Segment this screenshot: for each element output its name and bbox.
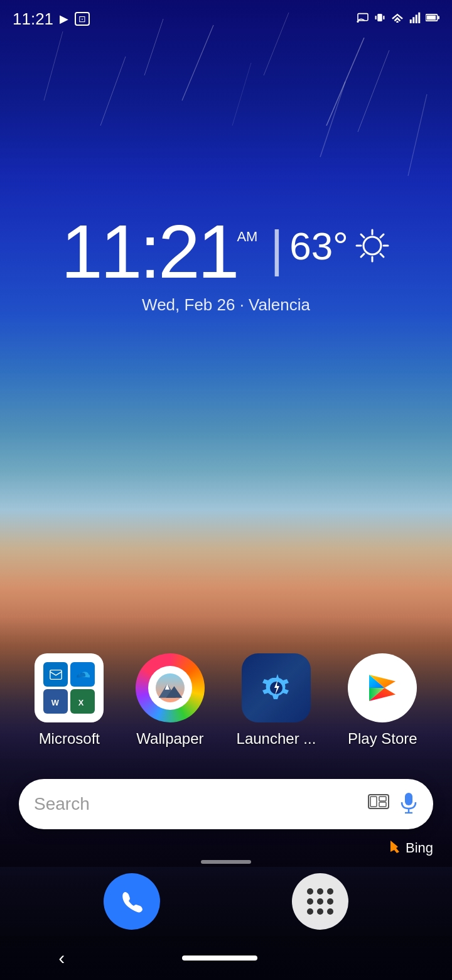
- clock-divider: |: [270, 220, 283, 278]
- home-gesture-pill[interactable]: [182, 956, 257, 961]
- svg-rect-50: [370, 797, 377, 807]
- play-icon: ▶: [60, 12, 68, 26]
- back-button[interactable]: ‹: [58, 947, 65, 969]
- playstore-svg: [365, 670, 400, 705]
- launcher-label: Launcher ...: [237, 730, 316, 748]
- svg-line-4: [100, 57, 126, 126]
- clock-ampm: AM: [237, 229, 257, 245]
- dot-9: [327, 908, 333, 915]
- svg-line-9: [320, 82, 345, 157]
- svg-rect-52: [379, 802, 386, 807]
- weather-display: 63°: [289, 224, 391, 268]
- temperature-display: 63°: [289, 224, 348, 268]
- microsoft-label: Microsoft: [39, 730, 100, 748]
- sun-icon: [353, 227, 391, 264]
- screen-record-icon: ⊡: [75, 12, 90, 26]
- svg-rect-12: [377, 14, 382, 21]
- vibrate-icon: [374, 12, 385, 26]
- svg-rect-18: [410, 19, 412, 23]
- launcher-app[interactable]: Launcher ...: [237, 653, 316, 748]
- svg-rect-13: [375, 16, 377, 19]
- wallpaper-mountain-svg: [156, 673, 185, 702]
- phone-button[interactable]: [104, 873, 160, 930]
- svg-rect-14: [383, 16, 384, 19]
- cast-icon: [357, 13, 369, 25]
- dot-2: [317, 888, 323, 895]
- status-right: [357, 12, 439, 26]
- phone-icon: [119, 888, 145, 915]
- svg-point-25: [363, 237, 381, 254]
- playstore-label: Play Store: [348, 730, 417, 748]
- search-placeholder: Search: [34, 794, 368, 814]
- microphone-icon[interactable]: [399, 792, 418, 816]
- svg-line-32: [380, 234, 384, 237]
- outlook-icon: [43, 662, 68, 687]
- svg-line-33: [361, 254, 364, 257]
- clock-date: Wed, Feb 26 · Valencia: [142, 295, 310, 315]
- dot-1: [307, 888, 313, 895]
- nav-swipe-indicator: [201, 860, 251, 864]
- launcher-gear-svg: [254, 665, 299, 710]
- svg-line-1: [358, 50, 389, 132]
- svg-rect-53: [405, 793, 412, 805]
- dots-grid: [301, 882, 340, 921]
- svg-rect-40: [156, 673, 185, 702]
- clock-time: 11:21: [61, 214, 237, 289]
- onedrive-icon: [70, 662, 95, 687]
- svg-rect-19: [412, 17, 414, 23]
- svg-text:X: X: [78, 697, 83, 707]
- svg-line-6: [44, 31, 63, 101]
- svg-point-11: [357, 21, 358, 23]
- bing-text: Bing: [406, 840, 433, 856]
- battery-icon: [426, 13, 439, 25]
- svg-point-17: [396, 21, 399, 23]
- status-time: 11:21: [13, 9, 53, 29]
- svg-text:W: W: [51, 697, 59, 707]
- svg-line-31: [380, 254, 384, 257]
- dot-7: [307, 908, 313, 915]
- clock-main: 11:21 AM | 63°: [61, 214, 391, 289]
- wifi-icon: [390, 13, 404, 25]
- visual-search-icon[interactable]: [368, 794, 389, 814]
- svg-line-5: [408, 94, 427, 176]
- dot-5: [317, 898, 323, 905]
- playstore-app[interactable]: Play Store: [348, 653, 417, 748]
- launcher-icon[interactable]: [242, 653, 311, 722]
- signal-icon: [409, 12, 421, 26]
- dot-8: [317, 908, 323, 915]
- svg-marker-16: [394, 17, 401, 21]
- microsoft-icon[interactable]: W X: [35, 653, 104, 722]
- bottom-dock: [0, 873, 452, 930]
- wallpaper-label: Wallpaper: [136, 730, 203, 748]
- excel-icon: X: [70, 689, 95, 714]
- word-icon: W: [43, 689, 68, 714]
- svg-rect-21: [418, 13, 420, 23]
- svg-rect-51: [379, 797, 386, 801]
- status-left: 11:21 ▶ ⊡: [13, 9, 90, 29]
- svg-line-7: [232, 63, 251, 126]
- app-dock: W X Microsoft: [0, 653, 452, 748]
- dot-6: [327, 898, 333, 905]
- svg-line-30: [361, 234, 364, 237]
- dot-4: [307, 898, 313, 905]
- bing-brand: Bing: [388, 839, 433, 857]
- system-nav-bar: ‹: [0, 936, 452, 980]
- clock-time-group: 11:21 AM: [61, 214, 257, 289]
- search-bar[interactable]: Search: [19, 779, 433, 829]
- wallpaper-icon-inner: [148, 666, 192, 710]
- microsoft-app[interactable]: W X Microsoft: [35, 653, 104, 748]
- svg-rect-23: [427, 16, 436, 20]
- svg-rect-24: [438, 16, 439, 19]
- status-bar: 11:21 ▶ ⊡: [0, 0, 452, 38]
- search-icons: [368, 792, 418, 816]
- svg-rect-20: [416, 15, 417, 24]
- wallpaper-icon[interactable]: [136, 653, 205, 722]
- wallpaper-app[interactable]: Wallpaper: [136, 653, 205, 748]
- app-drawer-button[interactable]: [292, 873, 348, 930]
- playstore-icon[interactable]: [348, 653, 417, 722]
- dot-3: [327, 888, 333, 895]
- bing-logo-icon: [388, 839, 402, 857]
- weather-group: | 63°: [270, 214, 391, 278]
- svg-rect-34: [50, 670, 62, 679]
- clock-widget: 11:21 AM | 63° Wed, Feb 26 ·: [0, 214, 452, 315]
